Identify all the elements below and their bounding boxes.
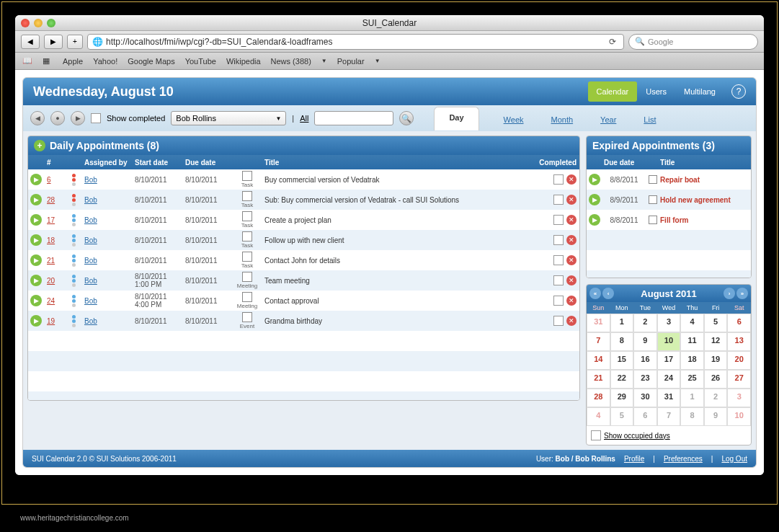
calendar-day[interactable]: 25 xyxy=(680,370,704,389)
preferences-link[interactable]: Preferences xyxy=(664,455,703,463)
go-button[interactable]: ▶ xyxy=(30,295,42,306)
assigned-by[interactable]: Bob xyxy=(81,176,132,184)
calendar-day[interactable]: 12 xyxy=(704,332,728,351)
assigned-by[interactable]: Bob xyxy=(81,257,132,265)
nav-prev-button[interactable]: ◀ xyxy=(30,111,45,125)
calendar-day[interactable]: 26 xyxy=(704,370,728,389)
delete-button[interactable]: ✕ xyxy=(566,316,577,326)
calendar-day[interactable]: 18 xyxy=(680,351,704,370)
row-number[interactable]: 17 xyxy=(44,216,66,224)
go-button[interactable]: ▶ xyxy=(30,214,42,226)
go-button[interactable]: ▶ xyxy=(30,315,42,327)
month-prev-button[interactable]: ‹ xyxy=(602,288,614,299)
profile-link[interactable]: Profile xyxy=(624,455,644,463)
calendar-day[interactable]: 14 xyxy=(587,351,610,370)
calendar-day[interactable]: 27 xyxy=(727,370,751,389)
grid-icon[interactable]: ▦ xyxy=(43,56,53,66)
assigned-by[interactable]: Bob xyxy=(81,236,132,244)
bookmark-youtube[interactable]: YouTube xyxy=(185,57,216,66)
calendar-day[interactable]: 9 xyxy=(633,332,657,351)
assigned-by[interactable]: Bob xyxy=(81,317,132,325)
help-button[interactable]: ? xyxy=(731,84,746,99)
logout-link[interactable]: Log Out xyxy=(721,455,747,463)
user-dropdown[interactable]: Bob Rollins ▼ xyxy=(171,111,286,125)
bookmark-googlemaps[interactable]: Google Maps xyxy=(128,57,174,66)
completed-checkbox[interactable] xyxy=(553,275,564,285)
calendar-day[interactable]: 4 xyxy=(587,407,610,426)
bookmark-yahoo[interactable]: Yahoo! xyxy=(93,57,117,66)
calendar-day[interactable]: 30 xyxy=(633,389,657,407)
row-number[interactable]: 19 xyxy=(44,317,66,325)
view-week[interactable]: Week xyxy=(501,110,527,130)
row-number[interactable]: 6 xyxy=(44,176,66,184)
delete-button[interactable]: ✕ xyxy=(566,235,577,245)
url-bar[interactable]: 🌐 http://localhost/fmi/iwp/cgi?-db=SUI_C… xyxy=(87,34,624,50)
back-button[interactable]: ◀ xyxy=(21,35,40,49)
calendar-day[interactable]: 19 xyxy=(704,351,728,370)
calendar-day[interactable]: 17 xyxy=(657,351,681,370)
show-occupied-checkbox[interactable] xyxy=(591,430,601,440)
calendar-day[interactable]: 24 xyxy=(657,370,681,389)
completed-checkbox[interactable] xyxy=(553,235,564,245)
delete-button[interactable]: ✕ xyxy=(566,174,577,185)
calendar-day[interactable]: 8 xyxy=(610,332,634,351)
calendar-day[interactable]: 7 xyxy=(587,332,610,351)
calendar-day[interactable]: 20 xyxy=(727,351,751,370)
calendar-day[interactable]: 15 xyxy=(610,351,634,370)
tab-users[interactable]: Users xyxy=(637,81,675,102)
add-appointment-button[interactable]: + xyxy=(34,140,45,151)
row-number[interactable]: 21 xyxy=(44,257,66,265)
assigned-by[interactable]: Bob xyxy=(81,297,132,305)
calendar-day[interactable]: 2 xyxy=(704,389,728,407)
go-button[interactable]: ▶ xyxy=(30,194,42,205)
completed-checkbox[interactable] xyxy=(553,316,564,326)
calendar-day[interactable]: 6 xyxy=(727,314,751,332)
calendar-day[interactable]: 1 xyxy=(680,389,704,407)
bookmark-wikipedia[interactable]: Wikipedia xyxy=(226,57,261,66)
view-list[interactable]: List xyxy=(641,110,659,130)
calendar-day[interactable]: 2 xyxy=(633,314,657,332)
row-number[interactable]: 20 xyxy=(44,277,66,285)
delete-button[interactable]: ✕ xyxy=(566,255,577,265)
completed-checkbox[interactable] xyxy=(553,255,564,265)
calendar-day[interactable]: 31 xyxy=(657,389,681,407)
calendar-day[interactable]: 16 xyxy=(633,351,657,370)
nav-next-button[interactable]: ▶ xyxy=(71,111,85,125)
calendar-day[interactable]: 23 xyxy=(633,370,657,389)
tab-multilang[interactable]: Multilang xyxy=(675,81,724,102)
go-button[interactable]: ▶ xyxy=(589,194,600,205)
calendar-day[interactable]: 31 xyxy=(587,314,610,332)
calendar-day[interactable]: 4 xyxy=(680,314,704,332)
calendar-day[interactable]: 1 xyxy=(610,314,634,332)
reading-list-icon[interactable]: 📖 xyxy=(22,56,32,66)
completed-checkbox[interactable] xyxy=(553,296,564,306)
go-button[interactable]: ▶ xyxy=(30,275,42,286)
search-field[interactable] xyxy=(314,111,393,125)
search-input[interactable]: 🔍 Google xyxy=(628,34,758,50)
view-day[interactable]: Day xyxy=(434,107,478,130)
calendar-day[interactable]: 21 xyxy=(587,370,610,389)
row-number[interactable]: 28 xyxy=(44,196,66,204)
view-year[interactable]: Year xyxy=(597,110,619,130)
completed-checkbox[interactable] xyxy=(553,174,564,185)
calendar-day[interactable]: 10 xyxy=(727,407,751,426)
completed-checkbox[interactable] xyxy=(553,195,564,205)
calendar-day[interactable]: 10 xyxy=(657,332,681,351)
calendar-day[interactable]: 13 xyxy=(727,332,751,351)
year-prev-button[interactable]: « xyxy=(589,288,601,299)
add-bookmark-button[interactable]: + xyxy=(67,35,83,49)
go-button[interactable]: ▶ xyxy=(30,234,42,246)
calendar-day[interactable]: 11 xyxy=(680,332,704,351)
calendar-day[interactable]: 5 xyxy=(610,407,634,426)
calendar-day[interactable]: 28 xyxy=(587,389,610,407)
year-next-button[interactable]: » xyxy=(736,288,748,299)
row-number[interactable]: 18 xyxy=(44,236,66,244)
calendar-day[interactable]: 9 xyxy=(704,407,728,426)
assigned-by[interactable]: Bob xyxy=(81,216,132,224)
calendar-day[interactable]: 3 xyxy=(727,389,751,407)
tab-calendar[interactable]: Calendar xyxy=(588,81,638,102)
calendar-day[interactable]: 29 xyxy=(610,389,634,407)
refresh-icon[interactable]: ⟳ xyxy=(606,37,619,47)
nav-today-button[interactable]: ● xyxy=(50,111,65,125)
go-button[interactable]: ▶ xyxy=(589,214,600,226)
